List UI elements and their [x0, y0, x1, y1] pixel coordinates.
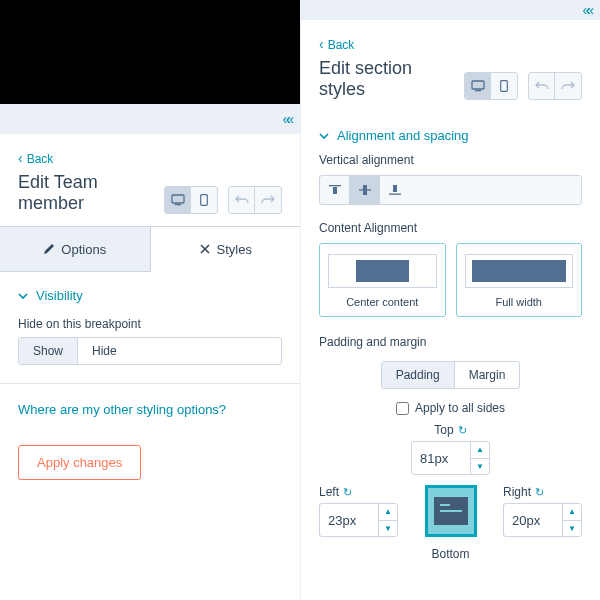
- device-toggle: [464, 72, 518, 100]
- show-option[interactable]: Show: [19, 338, 78, 364]
- reset-icon[interactable]: ↻: [535, 486, 544, 499]
- left-input[interactable]: [320, 504, 378, 536]
- reset-icon[interactable]: ↻: [343, 486, 352, 499]
- collapse-bar: ««: [0, 104, 300, 134]
- step-down[interactable]: ▼: [379, 521, 397, 537]
- top-input-group: ▲▼: [411, 441, 490, 475]
- right-input-group: ▲▼: [503, 503, 582, 537]
- step-up[interactable]: ▲: [471, 442, 489, 459]
- collapse-icon[interactable]: ««: [282, 111, 290, 127]
- step-down[interactable]: ▼: [471, 459, 489, 475]
- apply-all-sides[interactable]: Apply to all sides: [301, 393, 600, 423]
- undo-button[interactable]: [229, 187, 255, 213]
- bottom-label: Bottom: [319, 547, 582, 561]
- undo-button[interactable]: [529, 73, 555, 99]
- section-alignment[interactable]: Alignment and spacing: [301, 112, 600, 147]
- styling-help-link[interactable]: Where are my other styling options?: [0, 384, 300, 435]
- svg-rect-1: [175, 204, 181, 205]
- top-label: Top: [434, 423, 453, 437]
- card-caption: Full width: [496, 296, 542, 308]
- svg-rect-6: [329, 185, 341, 186]
- vertical-alignment-toggle: [319, 175, 582, 205]
- hide-option[interactable]: Hide: [78, 338, 131, 364]
- collapse-icon[interactable]: ««: [582, 2, 590, 18]
- svg-rect-4: [475, 90, 481, 91]
- svg-rect-10: [393, 185, 397, 192]
- device-toggle: [164, 186, 218, 214]
- hide-breakpoint-label: Hide on this breakpoint: [0, 307, 300, 337]
- vertical-alignment-label: Vertical alignment: [301, 147, 600, 175]
- right-input[interactable]: [504, 504, 562, 536]
- content-alignment-cards: Center content Full width: [301, 243, 600, 329]
- section-visibility[interactable]: Visibility: [0, 272, 300, 307]
- padding-margin-toggle: Padding Margin: [381, 361, 521, 389]
- left-label: Left: [319, 485, 339, 499]
- show-hide-toggle: Show Hide: [18, 337, 282, 365]
- card-preview: [328, 254, 437, 288]
- section-label: Visibility: [36, 288, 83, 303]
- history-controls: [528, 72, 582, 100]
- desktop-toggle[interactable]: [165, 187, 191, 213]
- svg-rect-9: [359, 189, 371, 190]
- step-up[interactable]: ▲: [379, 504, 397, 521]
- desktop-toggle[interactable]: [465, 73, 491, 99]
- svg-rect-2: [201, 195, 208, 206]
- svg-rect-0: [172, 195, 184, 203]
- right-label: Right: [503, 485, 531, 499]
- svg-rect-5: [501, 81, 508, 92]
- preview-area: [0, 0, 300, 104]
- valign-middle[interactable]: [350, 176, 380, 204]
- card-full-width[interactable]: Full width: [456, 243, 583, 317]
- redo-button[interactable]: [555, 73, 581, 99]
- padding-option[interactable]: Padding: [382, 362, 455, 388]
- tab-label: Options: [61, 242, 106, 257]
- card-center-content[interactable]: Center content: [319, 243, 446, 317]
- chevron-down-icon: [18, 292, 28, 300]
- panel-title: Edit section styles: [319, 58, 456, 100]
- apply-changes-button[interactable]: Apply changes: [18, 445, 141, 480]
- tab-options[interactable]: Options: [0, 226, 151, 272]
- reset-icon[interactable]: ↻: [458, 424, 467, 437]
- spacing-editor: Top ↻ ▲▼ Left ↻ ▲▼: [301, 423, 600, 561]
- back-button[interactable]: Back: [18, 150, 156, 166]
- card-preview: [465, 254, 574, 288]
- step-down[interactable]: ▼: [563, 521, 581, 537]
- panel-header: Back Edit Team member: [0, 134, 300, 226]
- history-controls: [228, 186, 282, 214]
- valign-top[interactable]: [320, 176, 350, 204]
- card-caption: Center content: [346, 296, 418, 308]
- spacing-center-icon: [425, 485, 477, 537]
- tabs: Options Styles: [0, 226, 300, 272]
- mobile-toggle[interactable]: [491, 73, 517, 99]
- panel-header: Back Edit section styles: [301, 20, 600, 112]
- collapse-bar: ««: [301, 0, 600, 20]
- panel-title: Edit Team member: [18, 172, 156, 214]
- step-up[interactable]: ▲: [563, 504, 581, 521]
- padding-margin-label: Padding and margin: [301, 329, 600, 357]
- mobile-toggle[interactable]: [191, 187, 217, 213]
- apply-all-checkbox[interactable]: [396, 402, 409, 415]
- valign-bottom[interactable]: [380, 176, 410, 204]
- svg-rect-3: [472, 81, 484, 89]
- apply-all-label: Apply to all sides: [415, 401, 505, 415]
- tab-label: Styles: [217, 242, 252, 257]
- content-alignment-label: Content Alignment: [301, 215, 600, 243]
- margin-option[interactable]: Margin: [455, 362, 520, 388]
- section-label: Alignment and spacing: [337, 128, 469, 143]
- tools-icon: [199, 243, 211, 255]
- redo-button[interactable]: [255, 187, 281, 213]
- chevron-down-icon: [319, 132, 329, 140]
- left-input-group: ▲▼: [319, 503, 398, 537]
- svg-rect-7: [333, 187, 337, 194]
- pencil-icon: [43, 243, 55, 255]
- back-button[interactable]: Back: [319, 36, 456, 52]
- tab-styles[interactable]: Styles: [151, 226, 301, 272]
- svg-rect-11: [389, 194, 401, 195]
- top-input[interactable]: [412, 442, 470, 474]
